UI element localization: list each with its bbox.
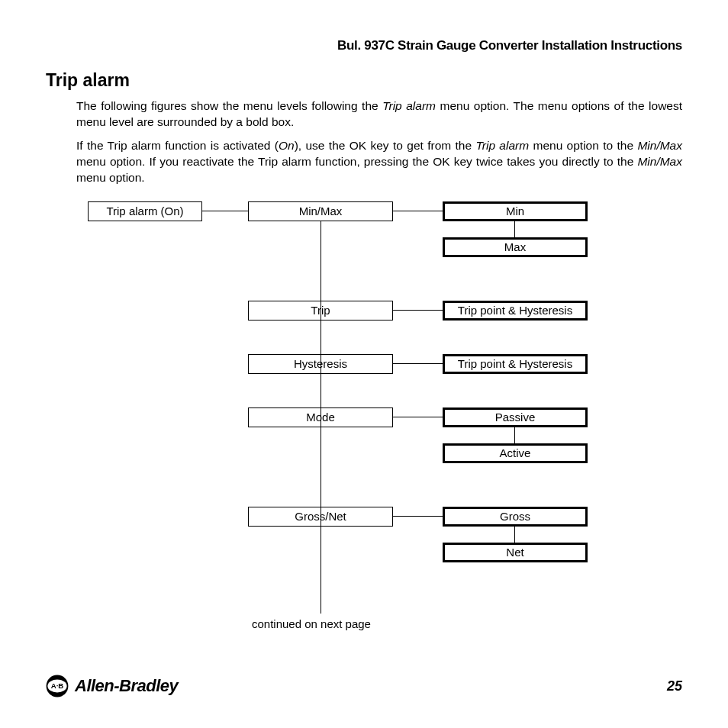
- menu-box-gross: Gross: [443, 507, 588, 527]
- connector-line: [514, 427, 515, 443]
- text: menu option. If you reactivate the Trip …: [76, 155, 637, 168]
- connector-line: [393, 417, 443, 417]
- brand-name: Allen-Bradley: [75, 676, 178, 696]
- menu-box-min: Min: [443, 201, 588, 221]
- menu-diagram: Trip alarm (On) Min/Max Trip Hysteresis …: [46, 201, 682, 644]
- text-italic: On: [279, 139, 295, 152]
- text-italic: Min/Max: [637, 155, 682, 168]
- text-italic: Min/Max: [637, 139, 682, 152]
- paragraph-1: The following figures show the menu leve…: [76, 98, 682, 130]
- text-italic: Trip alarm: [382, 99, 436, 112]
- menu-box-minmax: Min/Max: [248, 201, 393, 221]
- connector-line: [393, 516, 443, 517]
- page-number: 25: [667, 678, 682, 694]
- continued-text: continued on next page: [252, 617, 371, 630]
- connector-line: [393, 310, 443, 311]
- text: If the Trip alarm function is activated …: [76, 139, 279, 152]
- menu-box-trip-ph2: Trip point & Hysteresis: [443, 354, 588, 374]
- section-title: Trip alarm: [46, 70, 682, 91]
- menu-box-net: Net: [443, 543, 588, 562]
- connector-line: [393, 211, 443, 211]
- text: The following figures show the menu leve…: [76, 99, 382, 112]
- brand: A·B Allen-Bradley: [46, 675, 178, 697]
- connector-line: [514, 221, 515, 237]
- connector-line: [514, 527, 515, 543]
- paragraph-2: If the Trip alarm function is activated …: [76, 138, 682, 186]
- svg-text:A·B: A·B: [51, 681, 64, 690]
- connector-line: [321, 221, 321, 614]
- connector-line: [393, 363, 443, 364]
- text: ), use the OK key to get from the: [295, 139, 476, 152]
- text: menu option to the: [529, 139, 637, 152]
- connector-line: [202, 211, 248, 211]
- menu-box-passive: Passive: [443, 407, 588, 427]
- menu-box-root: Trip alarm (On): [88, 201, 202, 221]
- text-italic: Trip alarm: [475, 139, 529, 152]
- menu-box-max: Max: [443, 237, 588, 257]
- document-header: Bul. 937C Strain Gauge Converter Install…: [46, 38, 682, 53]
- menu-box-trip-ph1: Trip point & Hysteresis: [443, 301, 588, 321]
- brand-logo-icon: A·B: [46, 675, 69, 697]
- text: menu option.: [76, 171, 145, 184]
- page-footer: A·B Allen-Bradley 25: [46, 675, 682, 697]
- menu-box-active: Active: [443, 443, 588, 463]
